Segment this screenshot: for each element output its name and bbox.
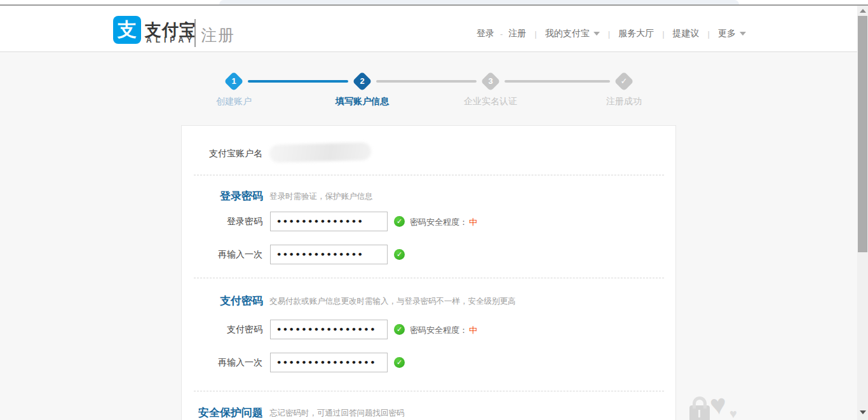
section-divider — [194, 175, 664, 175]
nav-separator: | — [608, 29, 610, 39]
strength-label: 密码安全程度： — [410, 217, 468, 227]
chevron-down-icon — [593, 32, 600, 36]
login-password-strength: 密码安全程度：中 — [410, 217, 477, 228]
valid-check-icon: ✓ — [394, 216, 405, 227]
alipay-register-page: 支 支付宝 ALIPAY 注册 登录 - 注册 | 我的支付宝 | 服务大厅 |… — [0, 0, 868, 420]
step-4-label: 注册成功 — [573, 96, 675, 107]
valid-check-icon: ✓ — [394, 249, 405, 260]
nav-separator: | — [708, 29, 710, 39]
browser-chrome-strip — [0, 0, 868, 6]
step-1-label: 创建账户 — [183, 96, 285, 107]
pay-password-input[interactable] — [270, 320, 388, 339]
nav-my-alipay-label: 我的支付宝 — [545, 28, 590, 38]
step-4-marker-check-icon: ✓ — [614, 71, 634, 91]
step-3-marker: 3 — [480, 71, 500, 91]
strength-value: 中 — [469, 217, 477, 227]
account-name-redacted-value — [269, 142, 372, 163]
browser-tab-edge — [219, 0, 739, 4]
login-password-label: 登录密码 — [173, 212, 262, 231]
step-2-label: 填写账户信息 — [311, 96, 413, 107]
login-password-repeat-label: 再输入一次 — [173, 245, 262, 264]
account-name-label: 支付宝账户名 — [173, 148, 262, 159]
strength-label: 密码安全程度： — [410, 325, 468, 335]
pay-password-label: 支付密码 — [173, 320, 262, 339]
security-question-section-title: 安全保护问题 — [136, 405, 263, 420]
heart-icon: ♥ — [729, 407, 737, 420]
nav-more-menu[interactable]: 更多 — [718, 28, 746, 39]
pay-password-repeat-input[interactable] — [270, 353, 388, 372]
alipay-logo-icon[interactable]: 支 — [113, 16, 141, 44]
step-3-label: 企业实名认证 — [440, 96, 541, 107]
section-divider — [194, 278, 664, 278]
site-header: 支 支付宝 ALIPAY 注册 登录 - 注册 | 我的支付宝 | 服务大厅 |… — [0, 6, 857, 52]
logo-divider — [194, 19, 196, 47]
step-1-marker: 1 — [224, 71, 243, 91]
step-connector — [376, 80, 477, 83]
brand-name-en: ALIPAY — [146, 36, 196, 44]
login-password-repeat-input[interactable] — [270, 245, 388, 264]
scrollbar-up-arrow-icon[interactable] — [860, 9, 866, 13]
nav-service-hall-link[interactable]: 服务大厅 — [618, 28, 654, 39]
page-title: 注册 — [201, 25, 235, 46]
nav-separator: | — [534, 29, 536, 39]
lock-icon — [689, 405, 710, 420]
vertical-scrollbar[interactable] — [857, 6, 868, 420]
register-form-card — [181, 125, 676, 420]
valid-check-icon: ✓ — [394, 357, 405, 368]
chevron-down-icon — [740, 32, 746, 36]
pay-password-section-title: 支付密码 — [136, 294, 263, 308]
nav-more-label: 更多 — [718, 28, 736, 38]
login-password-input[interactable] — [270, 212, 388, 231]
nav-suggest-link[interactable]: 提建议 — [673, 28, 700, 39]
step-2-marker: 2 — [352, 71, 372, 91]
pay-password-strength: 密码安全程度：中 — [410, 325, 477, 336]
top-nav: 登录 - 注册 | 我的支付宝 | 服务大厅 | 提建议 | 更多 — [477, 27, 746, 40]
step-connector — [505, 80, 610, 83]
nav-my-alipay-menu[interactable]: 我的支付宝 — [545, 28, 600, 39]
login-password-section-title: 登录密码 — [136, 189, 263, 203]
valid-check-icon: ✓ — [394, 324, 405, 335]
security-question-section-hint: 忘记密码时，可通过回答问题找回密码 — [269, 408, 405, 419]
nav-dash: - — [500, 29, 503, 39]
nav-separator: | — [662, 29, 664, 39]
section-divider — [194, 391, 664, 391]
scrollbar-thumb[interactable] — [858, 16, 867, 252]
scrollbar-down-arrow-icon[interactable] — [860, 410, 866, 414]
step-connector-active — [248, 80, 348, 83]
nav-login-link[interactable]: 登录 — [477, 28, 494, 39]
pay-password-section-hint: 交易付款或账户信息更改时需输入，与登录密码不一样，安全级别更高 — [269, 296, 516, 307]
strength-value: 中 — [469, 325, 477, 335]
nav-register-link[interactable]: 注册 — [508, 28, 526, 39]
login-password-section-hint: 登录时需验证，保护账户信息 — [269, 191, 373, 202]
pay-password-repeat-label: 再输入一次 — [173, 353, 262, 372]
heart-icon: ♥ — [708, 388, 728, 420]
